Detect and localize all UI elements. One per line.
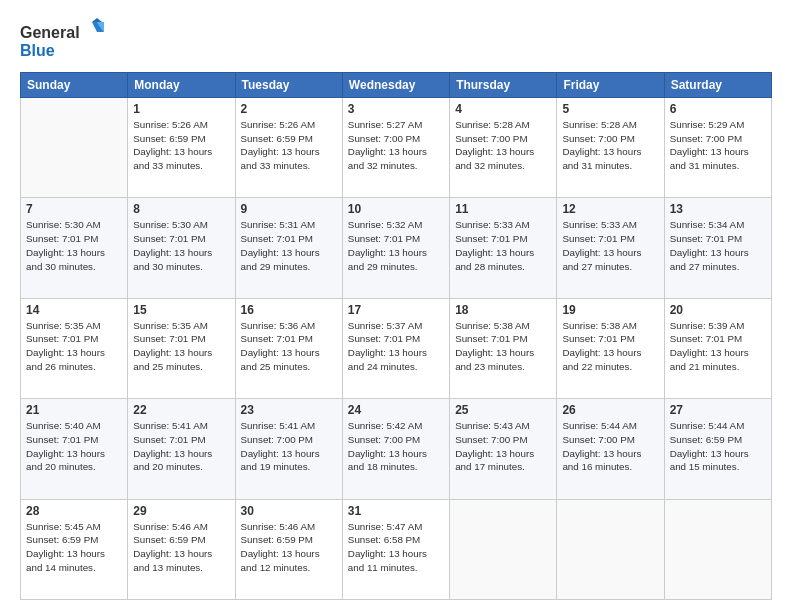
page-header: GeneralBlue xyxy=(20,18,772,62)
day-number: 28 xyxy=(26,504,122,518)
day-info: Sunrise: 5:37 AM Sunset: 7:01 PM Dayligh… xyxy=(348,319,444,374)
svg-marker-2 xyxy=(92,18,102,22)
day-number: 4 xyxy=(455,102,551,116)
calendar-cell: 29Sunrise: 5:46 AM Sunset: 6:59 PM Dayli… xyxy=(128,499,235,599)
day-number: 15 xyxy=(133,303,229,317)
day-info: Sunrise: 5:42 AM Sunset: 7:00 PM Dayligh… xyxy=(348,419,444,474)
calendar-cell: 19Sunrise: 5:38 AM Sunset: 7:01 PM Dayli… xyxy=(557,298,664,398)
calendar-cell: 4Sunrise: 5:28 AM Sunset: 7:00 PM Daylig… xyxy=(450,98,557,198)
day-info: Sunrise: 5:46 AM Sunset: 6:59 PM Dayligh… xyxy=(241,520,337,575)
day-number: 10 xyxy=(348,202,444,216)
day-info: Sunrise: 5:30 AM Sunset: 7:01 PM Dayligh… xyxy=(133,218,229,273)
calendar-week-row: 14Sunrise: 5:35 AM Sunset: 7:01 PM Dayli… xyxy=(21,298,772,398)
calendar-cell: 1Sunrise: 5:26 AM Sunset: 6:59 PM Daylig… xyxy=(128,98,235,198)
day-number: 13 xyxy=(670,202,766,216)
day-number: 26 xyxy=(562,403,658,417)
calendar-week-row: 1Sunrise: 5:26 AM Sunset: 6:59 PM Daylig… xyxy=(21,98,772,198)
calendar-cell: 14Sunrise: 5:35 AM Sunset: 7:01 PM Dayli… xyxy=(21,298,128,398)
calendar-week-row: 21Sunrise: 5:40 AM Sunset: 7:01 PM Dayli… xyxy=(21,399,772,499)
calendar-cell: 12Sunrise: 5:33 AM Sunset: 7:01 PM Dayli… xyxy=(557,198,664,298)
day-info: Sunrise: 5:35 AM Sunset: 7:01 PM Dayligh… xyxy=(133,319,229,374)
svg-text:Blue: Blue xyxy=(20,42,55,59)
calendar-cell xyxy=(664,499,771,599)
day-number: 5 xyxy=(562,102,658,116)
weekday-header: Saturday xyxy=(664,73,771,98)
calendar-cell: 13Sunrise: 5:34 AM Sunset: 7:01 PM Dayli… xyxy=(664,198,771,298)
calendar-cell: 6Sunrise: 5:29 AM Sunset: 7:00 PM Daylig… xyxy=(664,98,771,198)
day-number: 24 xyxy=(348,403,444,417)
day-number: 1 xyxy=(133,102,229,116)
day-number: 17 xyxy=(348,303,444,317)
calendar-cell: 18Sunrise: 5:38 AM Sunset: 7:01 PM Dayli… xyxy=(450,298,557,398)
day-info: Sunrise: 5:27 AM Sunset: 7:00 PM Dayligh… xyxy=(348,118,444,173)
day-number: 27 xyxy=(670,403,766,417)
weekday-header: Tuesday xyxy=(235,73,342,98)
day-number: 6 xyxy=(670,102,766,116)
weekday-header: Sunday xyxy=(21,73,128,98)
calendar-cell: 2Sunrise: 5:26 AM Sunset: 6:59 PM Daylig… xyxy=(235,98,342,198)
day-info: Sunrise: 5:31 AM Sunset: 7:01 PM Dayligh… xyxy=(241,218,337,273)
calendar-cell xyxy=(450,499,557,599)
day-number: 18 xyxy=(455,303,551,317)
day-info: Sunrise: 5:26 AM Sunset: 6:59 PM Dayligh… xyxy=(241,118,337,173)
day-number: 21 xyxy=(26,403,122,417)
day-info: Sunrise: 5:41 AM Sunset: 7:00 PM Dayligh… xyxy=(241,419,337,474)
logo: GeneralBlue xyxy=(20,18,110,62)
day-info: Sunrise: 5:45 AM Sunset: 6:59 PM Dayligh… xyxy=(26,520,122,575)
day-number: 16 xyxy=(241,303,337,317)
calendar-cell: 15Sunrise: 5:35 AM Sunset: 7:01 PM Dayli… xyxy=(128,298,235,398)
calendar-cell: 9Sunrise: 5:31 AM Sunset: 7:01 PM Daylig… xyxy=(235,198,342,298)
calendar-cell: 16Sunrise: 5:36 AM Sunset: 7:01 PM Dayli… xyxy=(235,298,342,398)
day-info: Sunrise: 5:44 AM Sunset: 6:59 PM Dayligh… xyxy=(670,419,766,474)
day-info: Sunrise: 5:40 AM Sunset: 7:01 PM Dayligh… xyxy=(26,419,122,474)
svg-text:General: General xyxy=(20,24,80,41)
calendar-week-row: 7Sunrise: 5:30 AM Sunset: 7:01 PM Daylig… xyxy=(21,198,772,298)
weekday-header-row: SundayMondayTuesdayWednesdayThursdayFrid… xyxy=(21,73,772,98)
day-number: 29 xyxy=(133,504,229,518)
calendar-week-row: 28Sunrise: 5:45 AM Sunset: 6:59 PM Dayli… xyxy=(21,499,772,599)
day-number: 3 xyxy=(348,102,444,116)
calendar-cell: 27Sunrise: 5:44 AM Sunset: 6:59 PM Dayli… xyxy=(664,399,771,499)
day-info: Sunrise: 5:35 AM Sunset: 7:01 PM Dayligh… xyxy=(26,319,122,374)
day-info: Sunrise: 5:33 AM Sunset: 7:01 PM Dayligh… xyxy=(455,218,551,273)
day-number: 19 xyxy=(562,303,658,317)
calendar-cell: 10Sunrise: 5:32 AM Sunset: 7:01 PM Dayli… xyxy=(342,198,449,298)
calendar-cell: 11Sunrise: 5:33 AM Sunset: 7:01 PM Dayli… xyxy=(450,198,557,298)
calendar-table: SundayMondayTuesdayWednesdayThursdayFrid… xyxy=(20,72,772,600)
day-number: 30 xyxy=(241,504,337,518)
calendar-cell: 8Sunrise: 5:30 AM Sunset: 7:01 PM Daylig… xyxy=(128,198,235,298)
day-number: 2 xyxy=(241,102,337,116)
day-info: Sunrise: 5:34 AM Sunset: 7:01 PM Dayligh… xyxy=(670,218,766,273)
weekday-header: Friday xyxy=(557,73,664,98)
day-info: Sunrise: 5:28 AM Sunset: 7:00 PM Dayligh… xyxy=(455,118,551,173)
day-number: 7 xyxy=(26,202,122,216)
calendar-cell: 31Sunrise: 5:47 AM Sunset: 6:58 PM Dayli… xyxy=(342,499,449,599)
calendar-cell: 24Sunrise: 5:42 AM Sunset: 7:00 PM Dayli… xyxy=(342,399,449,499)
day-info: Sunrise: 5:29 AM Sunset: 7:00 PM Dayligh… xyxy=(670,118,766,173)
day-info: Sunrise: 5:26 AM Sunset: 6:59 PM Dayligh… xyxy=(133,118,229,173)
day-number: 31 xyxy=(348,504,444,518)
calendar-cell: 7Sunrise: 5:30 AM Sunset: 7:01 PM Daylig… xyxy=(21,198,128,298)
calendar-cell: 25Sunrise: 5:43 AM Sunset: 7:00 PM Dayli… xyxy=(450,399,557,499)
calendar-cell: 23Sunrise: 5:41 AM Sunset: 7:00 PM Dayli… xyxy=(235,399,342,499)
calendar-cell xyxy=(21,98,128,198)
calendar-cell: 5Sunrise: 5:28 AM Sunset: 7:00 PM Daylig… xyxy=(557,98,664,198)
calendar-cell: 3Sunrise: 5:27 AM Sunset: 7:00 PM Daylig… xyxy=(342,98,449,198)
calendar-cell xyxy=(557,499,664,599)
logo-svg: GeneralBlue xyxy=(20,18,110,62)
day-info: Sunrise: 5:33 AM Sunset: 7:01 PM Dayligh… xyxy=(562,218,658,273)
day-info: Sunrise: 5:46 AM Sunset: 6:59 PM Dayligh… xyxy=(133,520,229,575)
weekday-header: Monday xyxy=(128,73,235,98)
day-number: 9 xyxy=(241,202,337,216)
calendar-cell: 17Sunrise: 5:37 AM Sunset: 7:01 PM Dayli… xyxy=(342,298,449,398)
day-info: Sunrise: 5:38 AM Sunset: 7:01 PM Dayligh… xyxy=(562,319,658,374)
calendar-cell: 30Sunrise: 5:46 AM Sunset: 6:59 PM Dayli… xyxy=(235,499,342,599)
day-info: Sunrise: 5:30 AM Sunset: 7:01 PM Dayligh… xyxy=(26,218,122,273)
day-number: 23 xyxy=(241,403,337,417)
weekday-header: Wednesday xyxy=(342,73,449,98)
day-number: 20 xyxy=(670,303,766,317)
day-info: Sunrise: 5:39 AM Sunset: 7:01 PM Dayligh… xyxy=(670,319,766,374)
calendar-cell: 28Sunrise: 5:45 AM Sunset: 6:59 PM Dayli… xyxy=(21,499,128,599)
calendar-cell: 22Sunrise: 5:41 AM Sunset: 7:01 PM Dayli… xyxy=(128,399,235,499)
calendar-cell: 21Sunrise: 5:40 AM Sunset: 7:01 PM Dayli… xyxy=(21,399,128,499)
